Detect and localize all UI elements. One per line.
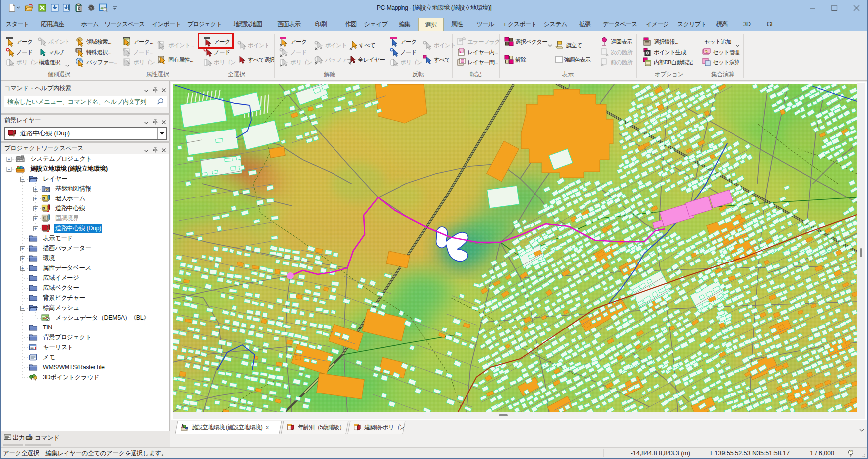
ribbon-button-label: ポイント xyxy=(248,40,269,50)
tree-item-national-census-boundary[interactable]: 国調境界 xyxy=(1,213,169,223)
map-canvas[interactable] xyxy=(173,84,857,412)
tree-item-display-mode[interactable]: 表示モード xyxy=(1,233,169,243)
ribbon-tab-system[interactable]: システム xyxy=(537,18,574,31)
tree-item-tin[interactable]: TIN xyxy=(1,323,169,332)
ribbon-tab-applied-course[interactable]: 応用講座 xyxy=(34,18,70,31)
tree-item-road-centerline[interactable]: 道路中心線 xyxy=(1,203,169,213)
ribbon-tab-image[interactable]: イメージ xyxy=(639,18,675,31)
tree-item-elevation-mesh[interactable]: 標高メッシュ xyxy=(1,303,169,313)
tree-item-base-map-info[interactable]: 基盤地図情報 xyxy=(1,184,169,194)
tree-item-wide-area-image[interactable]: 広域イメージ xyxy=(1,273,169,283)
horizontal-scrollbar-thumb[interactable] xyxy=(499,414,508,416)
ribbon-tab-print[interactable]: 印刷 xyxy=(309,18,333,31)
ribbon-tab-extension[interactable]: 拡張 xyxy=(573,18,597,31)
ribbon-button-label: すべて選択 xyxy=(248,55,274,65)
ribbon-tab-project[interactable]: プロジェクト xyxy=(181,18,228,31)
pin-icon[interactable] xyxy=(153,118,158,127)
ribbon-tab-attribute[interactable]: 属性 xyxy=(445,18,469,31)
close-button[interactable] xyxy=(848,0,865,16)
tree-item-mesh-data-dem5a[interactable]: メッシュデータ（DEM5A）《BL》 xyxy=(1,313,169,323)
doc-tab-age-group[interactable]: 年齢別（5歳階級） xyxy=(281,421,348,434)
tree-item-label[interactable]: 標高メッシュ xyxy=(42,304,80,312)
tree-item-label[interactable]: TIN xyxy=(42,324,53,332)
pin-icon[interactable] xyxy=(153,86,158,95)
tree-item-label[interactable]: 道路中心線 (Dup) xyxy=(54,224,102,233)
ribbon-button-label: バッファー... xyxy=(86,57,117,67)
tbl-gray-page-icon xyxy=(123,57,133,67)
chevron-down-icon[interactable] xyxy=(144,118,149,127)
horizontal-scrollbar[interactable] xyxy=(173,412,857,419)
panel-header-foreground-layer: 前景レイヤー xyxy=(1,115,170,126)
tree-item-label[interactable]: 背景ピクチャー xyxy=(42,294,86,302)
ribbon-tab-gsi-map[interactable]: 地理院地図 xyxy=(227,18,268,31)
ribbon-tab-screen-display[interactable]: 画面表示 xyxy=(271,18,307,31)
tree-item-label[interactable]: メモ xyxy=(42,353,56,362)
tree-item-label[interactable]: 国調境界 xyxy=(54,214,80,223)
tab-list-dropdown-icon[interactable] xyxy=(859,425,864,434)
minimize-button[interactable] xyxy=(805,0,820,16)
ribbon-tab-script[interactable]: スクリプト xyxy=(671,18,713,31)
tree-item-label[interactable]: キーリスト xyxy=(42,343,74,352)
tree-item-label[interactable]: メッシュデータ（DEM5A）《BL》 xyxy=(54,314,150,322)
tree-item-road-centerline-dup[interactable]: 道路中心線 (Dup) xyxy=(1,223,169,233)
tree-item-label[interactable]: 道路中心線 xyxy=(54,204,86,213)
tree-item-label[interactable]: 環境 xyxy=(42,254,56,262)
tree-item-label[interactable]: レイヤー xyxy=(42,175,68,183)
ribbon-tab-edit[interactable]: 編集 xyxy=(393,18,417,31)
ribbon-tab-select[interactable]: 選択 xyxy=(418,18,444,31)
close-icon[interactable] xyxy=(161,118,166,127)
vertical-scrollbar[interactable] xyxy=(857,83,865,419)
tree-item-memo[interactable]: メモ xyxy=(1,352,169,362)
tree-item-system-project[interactable]: システムプロジェクト xyxy=(1,154,169,164)
tree-item-wide-area-vector[interactable]: 広域ベクター xyxy=(1,283,169,293)
ribbon-tab-gl[interactable]: GL xyxy=(760,18,780,31)
combo-dropdown-button[interactable] xyxy=(157,128,166,139)
tree-item-label[interactable]: 属性データベース xyxy=(42,264,92,272)
maximize-button[interactable] xyxy=(827,0,842,16)
tree-item-label[interactable]: 背景プロジェクト xyxy=(42,333,93,342)
tree-item-key-list[interactable]: キーリスト xyxy=(1,342,169,352)
ribbon-tab-workspace[interactable]: ワークスペース xyxy=(98,18,151,31)
tree-item-label[interactable]: WMS/WMTS/RasterTile xyxy=(42,363,106,372)
tree-item-wms-wmts-rastertile[interactable]: WMS/WMTS/RasterTile xyxy=(1,362,169,372)
tree-item-environment[interactable]: 環境 xyxy=(1,253,169,263)
foreground-layer-combo[interactable]: 道路中心線 (Dup) xyxy=(4,127,167,140)
tree-item-label[interactable]: 老人ホーム xyxy=(54,195,86,203)
ribbon-button-label: 特殊選択... xyxy=(86,47,111,57)
lightbulb-icon[interactable] xyxy=(847,449,854,459)
close-icon[interactable] xyxy=(161,86,166,95)
tree-item-label[interactable]: 3Dポイントクラウド xyxy=(42,373,100,382)
ribbon-tab-database[interactable]: データベース xyxy=(596,18,644,31)
tree-item-label[interactable]: 広域イメージ xyxy=(42,274,80,282)
map-viewport[interactable] xyxy=(173,84,857,412)
ribbon-tab-export[interactable]: エクスポート xyxy=(495,18,543,31)
title-bar: PC-Mapping - [施設立地環境 (施設立地環境)] xyxy=(0,0,868,16)
tree-item-label[interactable]: 施設立地環境 (施設立地環境) xyxy=(29,165,109,173)
ribbon-tab-shape[interactable]: シェイプ xyxy=(358,18,394,31)
tree-item-label[interactable]: 基盤地図情報 xyxy=(54,185,92,193)
doc-tab-buildings-polygon[interactable]: 建築物-ポリゴン xyxy=(347,421,405,434)
tree-item-project-facility-env[interactable]: 施設立地環境 (施設立地環境) xyxy=(1,164,169,174)
ribbon-tab-start[interactable]: スタート xyxy=(0,18,35,31)
tree-item-background-project[interactable]: 背景プロジェクト xyxy=(1,332,169,342)
tree-item-label[interactable]: 表示モード xyxy=(42,234,74,243)
tree-item-drawing-parameters[interactable]: 描画パラメーター xyxy=(1,243,169,253)
ribbon-tab-elevation[interactable]: 標高 xyxy=(710,18,734,31)
vertical-scrollbar-thumb[interactable] xyxy=(860,248,862,257)
db-auto-icon xyxy=(643,57,653,67)
tree-item-3d-point-cloud[interactable]: 3Dポイントクラウド xyxy=(1,372,169,382)
tree-item-label[interactable]: 描画パラメーター xyxy=(42,244,92,253)
tree-item-label[interactable]: 広域ベクター xyxy=(42,284,80,292)
tree-item-attribute-database[interactable]: 属性データベース xyxy=(1,263,169,273)
search-input[interactable] xyxy=(7,96,154,107)
ribbon-tab-3d[interactable]: 3D xyxy=(737,18,757,31)
tree-item-label[interactable]: システムプロジェクト xyxy=(29,155,93,163)
tree-item-background-picture[interactable]: 背景ピクチャー xyxy=(1,293,169,303)
search-icon[interactable] xyxy=(157,98,164,107)
status-message: アーク全選択 編集レイヤーの全てのアークを選択します。 xyxy=(3,448,167,459)
close-tab-icon[interactable]: × xyxy=(266,424,269,431)
chevron-down-icon[interactable] xyxy=(144,86,149,95)
tree-item-elderly-home[interactable]: 老人ホーム xyxy=(1,194,169,203)
tree-item-layers[interactable]: レイヤー xyxy=(1,174,169,184)
doc-tab-facility-env[interactable]: 施設立地環境 (施設立地環境)× xyxy=(175,421,282,434)
